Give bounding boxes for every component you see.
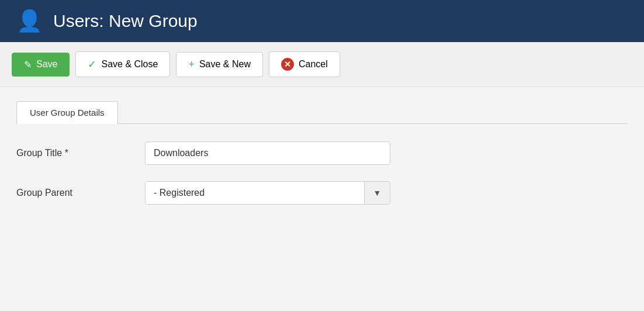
group-parent-value: - Registered <box>146 182 364 204</box>
tabs-container: User Group Details <box>16 101 628 124</box>
page-title: Users: New Group <box>53 11 198 31</box>
page-header: 👤 Users: New Group <box>0 0 644 42</box>
group-parent-row: Group Parent - Registered ▼ <box>16 181 628 205</box>
content-area: User Group Details Group Title * Group P… <box>0 87 644 235</box>
users-icon: 👤 <box>16 11 43 32</box>
save-icon: ✎ <box>24 59 32 70</box>
check-icon: ✓ <box>88 58 96 71</box>
group-parent-select[interactable]: - Registered ▼ <box>145 181 390 205</box>
save-new-button[interactable]: + Save & New <box>176 52 263 77</box>
group-title-label: Group Title * <box>16 148 145 158</box>
chevron-down-icon[interactable]: ▼ <box>364 182 390 204</box>
toolbar: ✎ Save ✓ Save & Close + Save & New ✕ Can… <box>0 42 644 87</box>
cancel-button[interactable]: ✕ Cancel <box>269 51 340 77</box>
plus-icon: + <box>188 58 195 71</box>
cancel-icon: ✕ <box>281 58 294 71</box>
group-title-row: Group Title * <box>16 141 628 165</box>
tab-user-group-details[interactable]: User Group Details <box>16 101 118 124</box>
group-title-input[interactable] <box>145 141 390 165</box>
save-button[interactable]: ✎ Save <box>12 53 70 77</box>
group-parent-label: Group Parent <box>16 188 145 198</box>
save-close-button[interactable]: ✓ Save & Close <box>75 51 170 77</box>
